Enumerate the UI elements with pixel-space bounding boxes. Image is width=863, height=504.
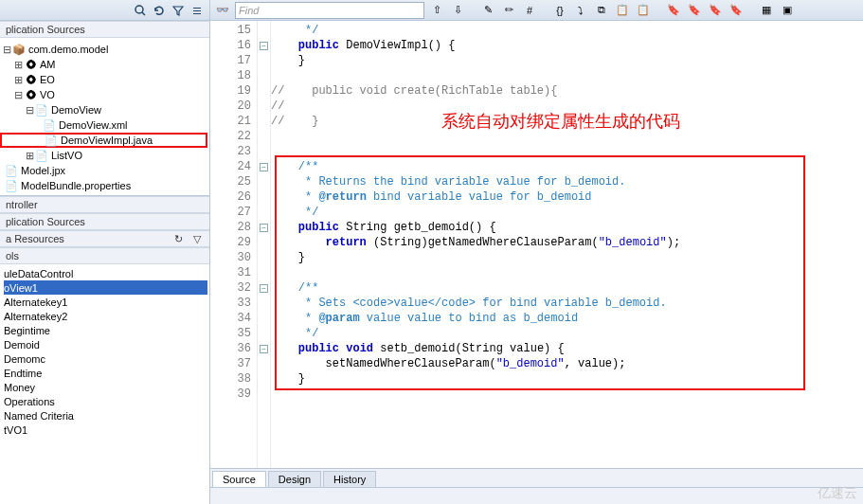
- list-item[interactable]: Demomc: [4, 351, 207, 366]
- code-line[interactable]: }: [271, 53, 863, 68]
- bm-prev-icon[interactable]: 🔖: [707, 2, 724, 19]
- resources-label: a Resources: [6, 233, 64, 244]
- fold-toggle[interactable]: −: [260, 42, 268, 50]
- list-item[interactable]: Alternatekey2: [4, 309, 207, 323]
- code-line[interactable]: * @param value value to bind as b_demoid: [271, 311, 863, 326]
- refresh-icon[interactable]: ↻: [170, 230, 187, 247]
- bm-clear-icon[interactable]: 🔖: [728, 2, 745, 19]
- code-line[interactable]: public DemoViewImpl() {: [271, 38, 863, 53]
- copy-icon[interactable]: ⧉: [593, 2, 610, 19]
- list-item[interactable]: Named Criteria: [4, 408, 207, 423]
- search-icon[interactable]: [132, 2, 149, 19]
- braces-icon[interactable]: {}: [551, 2, 568, 19]
- datasource-list[interactable]: uleDataControloView1Alternatekey1Alterna…: [0, 264, 209, 439]
- code-line[interactable]: // public void create(RichTable table){: [271, 83, 863, 99]
- code-line[interactable]: [271, 387, 863, 402]
- tree-eo[interactable]: ⊞🞈EO: [0, 72, 207, 87]
- find-placeholder: Find: [239, 5, 259, 16]
- list-item[interactable]: uleDataControl: [4, 266, 207, 280]
- list-item[interactable]: oView1: [4, 280, 207, 295]
- clip2-icon[interactable]: 📋: [635, 2, 652, 19]
- project-toolbar: [0, 0, 209, 21]
- folder-icon: 🞈: [23, 87, 38, 102]
- tree-demoview[interactable]: ⊟📄DemoView: [0, 102, 207, 117]
- props-icon: 📄: [4, 178, 19, 193]
- fold-toggle[interactable]: −: [260, 163, 268, 171]
- fold-toggle[interactable]: −: [260, 345, 268, 353]
- code-line[interactable]: * @return bind variable value for b_demo…: [271, 189, 863, 205]
- window-icon[interactable]: ▣: [779, 2, 796, 19]
- highlight-icon[interactable]: ✎: [479, 2, 496, 19]
- watermark: 亿速云: [818, 485, 857, 502]
- code-editor[interactable]: 1516171819202122232425262728293031323334…: [210, 21, 863, 468]
- code-line[interactable]: public String getb_demoid() {: [271, 220, 863, 235]
- xml-icon: 📄: [42, 117, 57, 133]
- code-line[interactable]: public void setb_demoid(String value) {: [271, 341, 863, 356]
- tree-model-bundle[interactable]: 📄ModelBundle.properties: [0, 178, 207, 193]
- find-input[interactable]: Find: [235, 2, 424, 19]
- resources-header: a Resources↻▽: [0, 230, 209, 247]
- list-item[interactable]: Endtime: [4, 366, 207, 380]
- code-line[interactable]: * Sets <code>value</code> for bind varia…: [271, 296, 863, 311]
- code-line[interactable]: */: [271, 205, 863, 220]
- tree-listvo[interactable]: ⊞📄ListVO: [0, 148, 207, 163]
- step-icon[interactable]: ⤵: [572, 2, 589, 19]
- list-item[interactable]: Alternatekey1: [4, 295, 207, 309]
- code-line[interactable]: */: [271, 326, 863, 341]
- binoculars-icon[interactable]: 👓: [214, 2, 231, 19]
- line-gutter: 1516171819202122232425262728293031323334…: [210, 21, 258, 468]
- next-icon[interactable]: ⇩: [449, 2, 466, 19]
- project-tree[interactable]: ⊟📦com.demo.model ⊞🞈AM ⊞🞈EO ⊟🞈VO ⊟📄DemoVi…: [0, 38, 209, 196]
- code-line[interactable]: * Returns the bind variable value for b_…: [271, 174, 863, 189]
- filter-icon[interactable]: ▽: [189, 230, 206, 247]
- bm-next-icon[interactable]: 🔖: [686, 2, 703, 19]
- code-line[interactable]: [271, 144, 863, 159]
- list-item[interactable]: Begintime: [4, 323, 207, 337]
- grid-icon[interactable]: ▦: [758, 2, 775, 19]
- editor-tabs: Source Design History: [210, 468, 863, 487]
- code-line[interactable]: */: [271, 23, 863, 38]
- folder-icon: 🞈: [23, 72, 38, 87]
- tree-am[interactable]: ⊞🞈AM: [0, 57, 207, 72]
- list-item[interactable]: Operations: [4, 394, 207, 408]
- code-line[interactable]: }: [271, 371, 863, 387]
- code-line[interactable]: [271, 68, 863, 83]
- fold-toggle[interactable]: −: [260, 224, 268, 232]
- code-line[interactable]: return (String)getNamedWhereClauseParam(…: [271, 235, 863, 250]
- code-line[interactable]: setNamedWhereClauseParam("b_demoid", val…: [271, 356, 863, 371]
- filter-icon[interactable]: [170, 2, 187, 19]
- tree-root[interactable]: ⊟📦com.demo.model: [0, 42, 207, 57]
- sources2-header: plication Sources: [0, 213, 209, 230]
- code-line[interactable]: }: [271, 250, 863, 265]
- list-item[interactable]: Demoid: [4, 337, 207, 351]
- tab-source[interactable]: Source: [212, 471, 266, 487]
- pencil-icon[interactable]: ✏: [500, 2, 517, 19]
- sources-header: plication Sources: [0, 21, 209, 38]
- controller-header: ntroller: [0, 196, 209, 213]
- clip-icon[interactable]: 📋: [614, 2, 631, 19]
- prev-icon[interactable]: ⇧: [428, 2, 445, 19]
- tree-demoview-impl[interactable]: 📄DemoViewImpl.java: [0, 133, 207, 148]
- code-area[interactable]: 系统自动对绑定属性生成的代码 */ public DemoViewImpl() …: [271, 21, 863, 468]
- tree-demoview-xml[interactable]: 📄DemoView.xml: [0, 117, 207, 133]
- svg-rect-4: [193, 13, 201, 14]
- code-line[interactable]: /**: [271, 280, 863, 296]
- bookmark-icon[interactable]: 🔖: [665, 2, 682, 19]
- annotation-text: 系统自动对绑定属性生成的代码: [441, 110, 680, 133]
- fold-gutter[interactable]: −−−−−: [258, 21, 271, 468]
- list-item[interactable]: tVO1: [4, 423, 207, 437]
- svg-rect-3: [193, 10, 201, 11]
- code-line[interactable]: /**: [271, 159, 863, 174]
- tree-model-jpx[interactable]: 📄Model.jpx: [0, 163, 207, 178]
- package-icon: 📦: [11, 42, 27, 57]
- code-line[interactable]: [271, 265, 863, 280]
- fold-toggle[interactable]: −: [260, 284, 268, 293]
- tab-history[interactable]: History: [323, 471, 376, 487]
- tab-design[interactable]: Design: [268, 471, 321, 487]
- menu-icon[interactable]: [189, 2, 206, 19]
- tree-vo[interactable]: ⊟🞈VO: [0, 87, 207, 102]
- list-item[interactable]: Money: [4, 380, 207, 394]
- svg-line-1: [142, 12, 145, 15]
- hash-icon[interactable]: #: [521, 2, 538, 19]
- refresh-icon[interactable]: [151, 2, 168, 19]
